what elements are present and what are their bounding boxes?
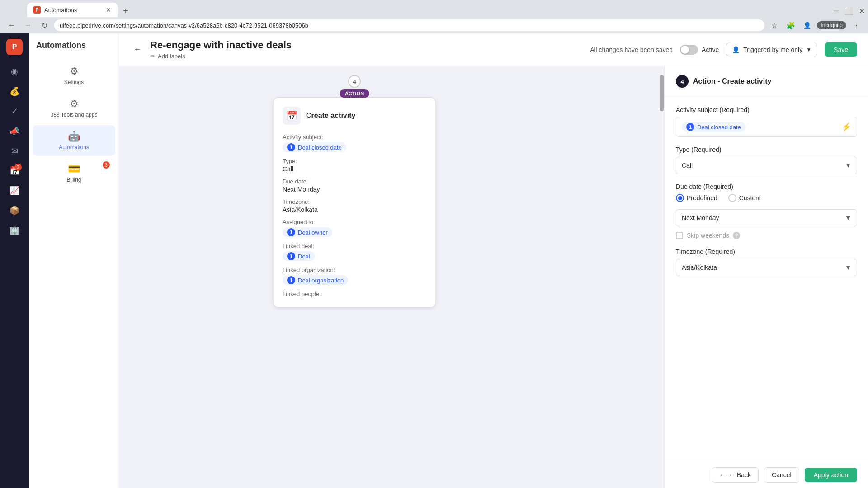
billing-badge: 3 (103, 161, 110, 169)
window-restore[interactable]: ⬜ (843, 5, 855, 17)
card-header: 📅 Create activity (283, 107, 426, 125)
add-labels-button[interactable]: ✏ Add labels (150, 53, 292, 60)
panel-timezone-select[interactable]: Asia/Kolkata ▼ (676, 259, 857, 276)
predefined-radio-label: Predefined (687, 194, 717, 202)
canvas-scrollbar-thumb (660, 75, 664, 111)
sidebar-item-tools[interactable]: ⚙ 388 Tools and apps (33, 93, 115, 123)
panel-type-select[interactable]: Call ▼ (676, 157, 857, 174)
panel-timezone-value: Asia/Kolkata (682, 264, 845, 271)
tab-close-icon[interactable]: ✕ (106, 6, 111, 14)
panel-title: Action - Create activity (693, 77, 771, 85)
nav-activities-icon[interactable]: 📅 3 (5, 162, 24, 180)
nav-companies-icon[interactable]: 🏢 (5, 221, 24, 239)
apply-action-button[interactable]: Apply action (805, 468, 857, 482)
address-bar[interactable]: uifeed.pipedrive.com/settings/automation… (54, 19, 764, 31)
action-badge: ACTION (340, 89, 369, 98)
nav-mail-icon[interactable]: ✉ (5, 142, 24, 160)
sidebar-item-tools-label: 388 Tools and apps (51, 112, 98, 118)
panel-back-button[interactable]: ← ← Back (712, 467, 759, 483)
card-field-subject: Activity subject: 1 Deal closed date (283, 134, 426, 152)
canvas: 4 ACTION 📅 Create activity Activity subj… (119, 66, 665, 488)
card-field-linked-deal-label: Linked deal: (283, 243, 426, 249)
toggle-knob (681, 46, 689, 54)
assigned-tag-value: Deal owner (298, 229, 328, 236)
card-field-timezone-label: Timezone: (283, 198, 426, 205)
nav-reports-icon[interactable]: 📈 (5, 182, 24, 200)
nav-tasks-icon[interactable]: ✓ (5, 102, 24, 120)
nav-campaigns-icon[interactable]: 📣 (5, 122, 24, 140)
card-field-type: Type: Call (283, 158, 426, 173)
panel-activity-subject-input[interactable]: 1 Deal closed date ⚡ (676, 117, 857, 137)
nav-deals-icon[interactable]: 💰 (5, 82, 24, 100)
panel-due-date-select[interactable]: Next Monday ▼ (676, 209, 857, 226)
pencil-icon: ✏ (150, 53, 155, 60)
nav-products-icon[interactable]: 📦 (5, 202, 24, 220)
due-date-radio-group: Predefined Custom (676, 194, 857, 202)
card-field-linked-org-label: Linked organization: (283, 267, 426, 273)
extensions-icon[interactable]: 🧩 (784, 19, 797, 32)
card-field-linked-deal-tag: 1 Deal (283, 251, 315, 261)
browser-menu-icon[interactable]: ⋮ (850, 19, 863, 32)
nav-pipeline-icon[interactable]: ◉ (5, 62, 24, 80)
window-close[interactable]: ✕ (855, 5, 868, 17)
panel-type-value: Call (682, 162, 845, 169)
card-title: Create activity (306, 112, 355, 120)
card-field-assigned-tag: 1 Deal owner (283, 227, 332, 237)
predefined-radio[interactable]: Predefined (676, 194, 717, 202)
address-text: uifeed.pipedrive.com/settings/automation… (60, 22, 308, 29)
card-field-linked-org-tag: 1 Deal organization (283, 275, 348, 285)
canvas-scrollbar[interactable] (660, 66, 664, 488)
panel-due-date-value: Next Monday (682, 214, 845, 221)
skip-weekends-label: Skip weekends (687, 232, 729, 239)
action-card[interactable]: 📅 Create activity Activity subject: 1 De… (273, 97, 436, 308)
back-button[interactable]: ← (130, 42, 145, 57)
nav-refresh-button[interactable]: ↻ (38, 19, 51, 32)
save-button[interactable]: Save (825, 42, 857, 57)
browser-toolbar: ← → ↻ uifeed.pipedrive.com/settings/auto… (0, 17, 868, 33)
card-calendar-icon: 📅 (283, 107, 301, 125)
active-toggle[interactable] (680, 45, 698, 55)
card-field-timezone-value: Asia/Kolkata (283, 206, 426, 213)
skip-weekends-help-icon[interactable]: ? (733, 232, 740, 239)
card-field-due-date: Due date: Next Monday (283, 178, 426, 193)
chevron-down-icon: ▼ (806, 47, 811, 53)
triggered-by-button[interactable]: 👤 Triggered by me only ▼ (726, 43, 817, 56)
custom-radio[interactable]: Custom (728, 194, 761, 202)
nav-back-button[interactable]: ← (5, 19, 18, 32)
sidebar: Automations ⚙ Settings ⚙ 388 Tools and a… (29, 33, 119, 488)
window-minimize[interactable]: ─ (830, 5, 843, 17)
sidebar-item-billing[interactable]: 💳 Billing 3 (33, 158, 115, 188)
skip-weekends-row: Skip weekends ? (676, 232, 857, 239)
topbar-right: All changes have been saved Active 👤 Tri… (590, 42, 857, 57)
automations-icon: 🤖 (68, 131, 80, 142)
cancel-button[interactable]: Cancel (764, 467, 799, 483)
user-icon: 👤 (732, 46, 740, 53)
app-logo[interactable]: P (6, 39, 23, 55)
custom-radio-circle (728, 194, 736, 202)
panel-field-due-date-label: Due date (Required) (676, 183, 857, 190)
right-panel: 4 Action - Create activity Activity subj… (665, 66, 868, 488)
subject-input-tag-num: 1 (686, 123, 694, 131)
predefined-radio-circle (676, 194, 684, 202)
profile-icon[interactable]: 👤 (801, 19, 813, 32)
card-field-linked-deal: Linked deal: 1 Deal (283, 243, 426, 261)
sidebar-item-automations[interactable]: 🤖 Automations (33, 125, 115, 156)
sidebar-item-billing-label: Billing (66, 177, 81, 183)
sidebar-item-settings[interactable]: ⚙ Settings (33, 60, 115, 91)
triggered-by-label: Triggered by me only (743, 46, 802, 53)
browser-tab-active[interactable]: P Automations ✕ (27, 3, 118, 17)
step-number-bubble: 4 (348, 75, 361, 88)
linked-deal-tag-value: Deal (298, 253, 310, 260)
skip-weekends-checkbox[interactable] (676, 232, 683, 239)
bookmark-icon[interactable]: ☆ (768, 19, 781, 32)
custom-radio-label: Custom (739, 194, 761, 202)
sidebar-title: Automations (29, 41, 119, 59)
card-field-assigned-label: Assigned to: (283, 219, 426, 225)
subject-input-action-icon[interactable]: ⚡ (841, 122, 851, 132)
nav-forward-button[interactable]: → (22, 19, 34, 32)
card-field-linked-people: Linked people: (283, 291, 426, 298)
new-tab-button[interactable]: + (119, 5, 132, 17)
billing-icon: 💳 (68, 163, 80, 175)
panel-field-activity-subject: Activity subject (Required) 1 Deal close… (676, 106, 857, 137)
subject-input-tag-value: Deal closed date (697, 124, 741, 131)
